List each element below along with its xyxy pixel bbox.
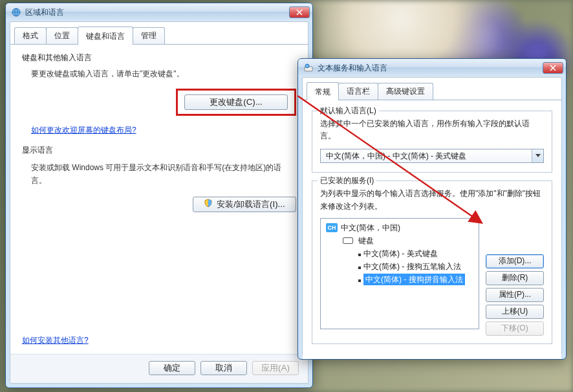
tree-keyboard-label: 键盘 — [358, 235, 374, 246]
add-button[interactable]: 添加(D)... — [486, 254, 544, 268]
default-input-desc: 选择其中一个已安装的输入语言，用作所有输入字段的默认语言。 — [320, 118, 544, 142]
keyboards-description: 要更改键盘或输入语言，请单击"更改键盘"。 — [31, 69, 296, 80]
tree-item[interactable]: 中文(简体) - 美式键盘 — [323, 248, 476, 259]
move-up-button[interactable]: 上移(U) — [486, 305, 544, 319]
tab-general[interactable]: 常规 — [307, 82, 339, 100]
tab-format[interactable]: 格式 — [14, 27, 47, 44]
text-services-window: 文本服务和输入语言 常规 语言栏 高级键设置 默认输入语言(L) 选择其中一个已… — [297, 58, 567, 360]
tree-item-label: 中文(简体) - 美式键盘 — [363, 249, 438, 258]
input-services-tree[interactable]: CH 中文(简体，中国) 键盘 中文(简体) - 美式键盘 中文(简体) - 搜… — [320, 218, 479, 329]
tree-keyboard-node[interactable]: 键盘 — [323, 235, 476, 246]
welcome-screen-layout-link[interactable]: 如何更改欢迎屏幕的键盘布局? — [31, 125, 136, 135]
window-title: 文本服务和输入语言 — [318, 63, 539, 74]
svg-point-2 — [305, 64, 309, 68]
tree-item-label: 中文(简体) - 搜狗五笔输入法 — [363, 262, 461, 271]
apply-button[interactable]: 应用(A) — [252, 361, 299, 375]
tree-item-selected[interactable]: 中文(简体) - 搜狗拼音输入法 — [323, 274, 476, 285]
display-lang-description: 安装或卸载 Windows 可用于显示文本和识别语音和手写(在支持地区)的语言。 — [31, 161, 296, 188]
tab-admin[interactable]: 管理 — [133, 27, 165, 44]
tabs-row: 常规 语言栏 高级键设置 — [303, 78, 561, 100]
change-keyboard-button[interactable]: 更改键盘(C)... — [184, 94, 288, 110]
tree-item-label: 中文(简体) - 搜狗拼音输入法 — [363, 274, 465, 285]
tab-location[interactable]: 位置 — [46, 27, 78, 44]
tree-item[interactable]: 中文(简体) - 搜狗五笔输入法 — [323, 261, 476, 272]
default-input-fieldset: 默认输入语言(L) 选择其中一个已安装的输入语言，用作所有输入字段的默认语言。 … — [312, 111, 552, 173]
keyboards-group-title: 键盘和其他输入语言 — [22, 52, 296, 63]
remove-button[interactable]: 删除(R) — [486, 271, 544, 285]
ok-button[interactable]: 确定 — [149, 361, 195, 375]
display-lang-group-title: 显示语言 — [22, 145, 296, 156]
tab-language-bar[interactable]: 语言栏 — [338, 83, 378, 100]
globe-icon — [11, 7, 21, 17]
install-languages-label: 安装/卸载语言(I)... — [217, 199, 285, 210]
tree-lang-label: 中文(简体，中国) — [341, 223, 400, 234]
move-down-button[interactable]: 下移(O) — [486, 321, 544, 336]
install-languages-button[interactable]: 安装/卸载语言(I)... — [193, 197, 296, 212]
tabs-row: 格式 位置 键盘和语言 管理 — [10, 22, 308, 44]
shield-icon — [204, 199, 213, 210]
close-button[interactable] — [289, 6, 310, 18]
default-input-legend: 默认输入语言(L) — [318, 105, 379, 116]
installed-services-desc: 为列表中显示的每个输入语言选择服务。使用"添加"和"删除"按钮来修改这个列表。 — [320, 188, 544, 212]
tree-lang-node[interactable]: CH 中文(简体，中国) — [323, 223, 476, 234]
tab-keyboard-lang[interactable]: 键盘和语言 — [78, 27, 133, 45]
titlebar[interactable]: 区域和语言 — [6, 3, 312, 21]
default-language-combobox[interactable]: 中文(简体，中国) - 中文(简体) - 美式键盘 — [320, 149, 544, 163]
dialog-buttons: 确定 取消 应用(A) — [10, 354, 308, 383]
keyboard-icon — [343, 237, 353, 244]
properties-button[interactable]: 属性(P)... — [486, 288, 544, 302]
keyboard-globe-icon — [303, 63, 314, 73]
installed-services-legend: 已安装的服务(I) — [318, 175, 376, 186]
install-more-languages-link[interactable]: 如何安装其他语言? — [22, 336, 89, 345]
region-language-window: 区域和语言 格式 位置 键盘和语言 管理 键盘和其他输入语言 要更改键盘或输入语… — [5, 3, 313, 388]
lang-badge-icon: CH — [326, 223, 338, 232]
installed-services-fieldset: 已安装的服务(I) 为列表中显示的每个输入语言选择服务。使用"添加"和"删除"按… — [312, 180, 552, 343]
highlight-annotation: 更改键盘(C)... — [176, 89, 296, 116]
tab-advanced-keys[interactable]: 高级键设置 — [378, 83, 433, 100]
combo-text: 中文(简体，中国) - 中文(简体) - 美式键盘 — [321, 151, 532, 162]
service-action-buttons: 添加(D)... 删除(R) 属性(P)... 上移(U) 下移(O) — [486, 218, 544, 336]
window-title: 区域和语言 — [25, 7, 285, 18]
chevron-down-icon — [532, 149, 543, 162]
titlebar[interactable]: 文本服务和输入语言 — [298, 59, 566, 77]
close-button[interactable] — [543, 62, 563, 74]
cancel-button[interactable]: 取消 — [200, 361, 247, 375]
